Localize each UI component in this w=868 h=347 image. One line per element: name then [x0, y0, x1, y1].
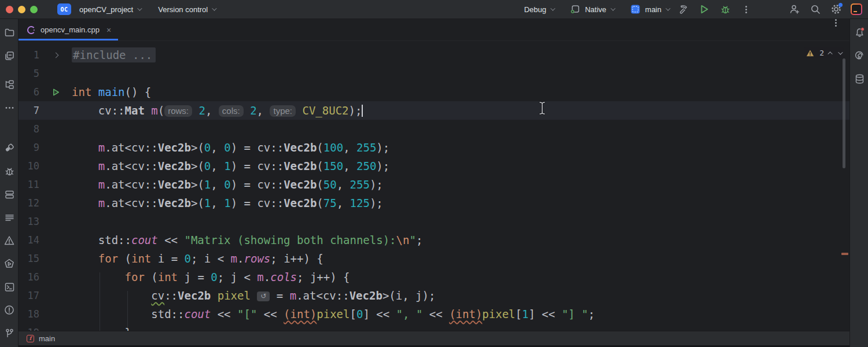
code-line[interactable]: 1#include ... [19, 46, 849, 64]
gutter[interactable] [44, 249, 67, 268]
plug-icon[interactable] [3, 142, 16, 154]
terminal-icon[interactable] [3, 280, 16, 293]
debug-config-dropdown[interactable]: Debug [524, 5, 554, 14]
code-line[interactable]: 7 cv::Mat m(rows: 2, cols: 2, type: CV_8… [19, 101, 849, 120]
ide-window: OC openCV_project Version control Debug … [0, 0, 868, 347]
line-number[interactable]: 15 [19, 249, 44, 268]
version-control-label: Version control [158, 5, 208, 14]
code-line[interactable]: 14 std::cout << "Matrix (showing both ch… [19, 231, 849, 249]
chevron-down-icon [212, 6, 216, 10]
code-line[interactable]: 16 for (int j = 0; j < m.cols; j++) { [19, 268, 849, 286]
more-icon[interactable] [3, 101, 16, 114]
code-line[interactable]: 13 [19, 212, 849, 231]
search-icon[interactable] [809, 3, 822, 16]
gutter[interactable] [44, 323, 67, 331]
structure-icon[interactable] [3, 78, 16, 91]
code-line[interactable]: 8 [19, 120, 849, 138]
line-number[interactable]: 5 [19, 64, 44, 83]
code-line[interactable]: 9 m.at<cv::Vec2b>(0, 0) = cv::Vec2b(100,… [19, 138, 849, 157]
code-line[interactable]: 5 [19, 64, 849, 83]
prev-warning-icon[interactable] [827, 51, 832, 56]
traffic-light-close[interactable] [6, 6, 13, 13]
warning-triangle-icon [806, 49, 814, 57]
function-icon: f [27, 335, 34, 342]
line-number[interactable]: 6 [19, 83, 44, 101]
code-line[interactable]: 11 m.at<cv::Vec2b>(1, 0) = cv::Vec2b(50,… [19, 175, 849, 194]
code-editor[interactable]: 1#include ...56int main() {7 cv::Mat m(r… [19, 41, 849, 331]
line-number[interactable]: 18 [19, 305, 44, 323]
line-number[interactable]: 14 [19, 231, 44, 249]
code-line[interactable]: 6int main() { [19, 83, 849, 101]
traffic-light-zoom[interactable] [30, 6, 38, 13]
line-number[interactable]: 17 [19, 286, 44, 305]
debug-tool-icon[interactable] [3, 165, 16, 178]
code-line[interactable]: 12 m.at<cv::Vec2b>(1, 1) = cv::Vec2b(75,… [19, 194, 849, 212]
traffic-light-minimize[interactable] [18, 6, 25, 13]
line-number[interactable]: 10 [19, 157, 44, 175]
gutter[interactable] [44, 64, 67, 83]
gutter[interactable] [44, 120, 67, 138]
code-line[interactable]: 19 } [19, 323, 849, 331]
problems-triangle-icon[interactable] [3, 234, 16, 247]
editor-scrollbar[interactable] [843, 58, 845, 168]
tab-close-icon[interactable]: × [106, 25, 111, 35]
code-line[interactable]: 15 for (int i = 0; i < m.rows; i++) { [19, 249, 849, 268]
line-number[interactable]: 8 [19, 120, 44, 138]
code-line[interactable]: 17 cv::Vec2b pixel ↺ = m.at<cv::Vec2b>(i… [19, 286, 849, 305]
hammer-build-icon[interactable] [677, 3, 690, 16]
next-warning-icon[interactable] [838, 50, 843, 54]
line-number[interactable]: 19 [19, 323, 44, 331]
sticky-function-name: main [39, 334, 55, 343]
version-control-menu[interactable]: Version control [158, 5, 215, 14]
todo-lines-icon[interactable] [3, 211, 16, 224]
line-number[interactable]: 7 [19, 101, 44, 120]
commit-icon[interactable] [3, 49, 16, 62]
copy-inlay-hint-icon[interactable]: ↺ [257, 291, 270, 301]
run-icon[interactable] [698, 3, 711, 16]
chevron-down-icon [665, 6, 670, 10]
cpp-file-icon [27, 25, 36, 35]
error-stripe-mark[interactable] [841, 253, 848, 255]
editor-pane: opencv_main.cpp × 1#include ...56int mai… [19, 19, 849, 347]
gutter[interactable] [44, 101, 67, 120]
gradient-app-icon[interactable] [851, 3, 862, 15]
line-number[interactable]: 9 [19, 138, 44, 157]
run-anything-icon[interactable] [3, 257, 16, 270]
inspections-info-icon[interactable] [3, 304, 16, 316]
gutter[interactable] [44, 194, 67, 212]
tab-options-kebab-icon[interactable] [835, 19, 849, 40]
settings-gear-icon[interactable] [830, 3, 843, 16]
fold-arrow-icon[interactable] [44, 46, 67, 64]
inspection-widget[interactable]: 2 [804, 47, 844, 58]
gutter[interactable] [44, 231, 67, 249]
line-number[interactable]: 1 [19, 46, 44, 64]
run-gutter-icon[interactable] [44, 83, 67, 101]
project-folder-icon[interactable] [3, 26, 16, 39]
gutter[interactable] [44, 305, 67, 323]
gutter[interactable] [44, 157, 67, 175]
line-number[interactable]: 12 [19, 194, 44, 212]
git-branch-icon[interactable] [3, 327, 16, 339]
gutter[interactable] [44, 212, 67, 231]
code-line[interactable]: 10 m.at<cv::Vec2b>(0, 1) = cv::Vec2b(150… [19, 157, 849, 175]
notifications-bell-icon[interactable] [853, 26, 866, 39]
services-icon[interactable] [3, 188, 16, 201]
line-number[interactable]: 16 [19, 268, 44, 286]
project-name-menu[interactable]: openCV_project [79, 5, 141, 14]
sticky-function-bar[interactable]: f main [19, 331, 849, 345]
gutter[interactable] [44, 286, 67, 305]
gutter[interactable] [44, 138, 67, 157]
collaborate-user-icon[interactable] [788, 3, 801, 16]
run-config-dropdown[interactable]: main [630, 4, 669, 15]
more-kebab-icon[interactable] [740, 3, 752, 16]
line-number[interactable]: 13 [19, 212, 44, 231]
ai-assistant-icon[interactable] [853, 49, 866, 62]
line-number[interactable]: 11 [19, 175, 44, 194]
code-line[interactable]: 18 std::cout << "[" << (int)pixel[0] << … [19, 305, 849, 323]
database-icon[interactable] [853, 72, 866, 85]
debug-icon[interactable] [719, 3, 731, 16]
tab-opencv-main-cpp[interactable]: opencv_main.cpp × [19, 19, 118, 40]
gutter[interactable] [44, 268, 67, 286]
toolchain-dropdown[interactable]: Native [570, 4, 614, 15]
gutter[interactable] [44, 175, 67, 194]
